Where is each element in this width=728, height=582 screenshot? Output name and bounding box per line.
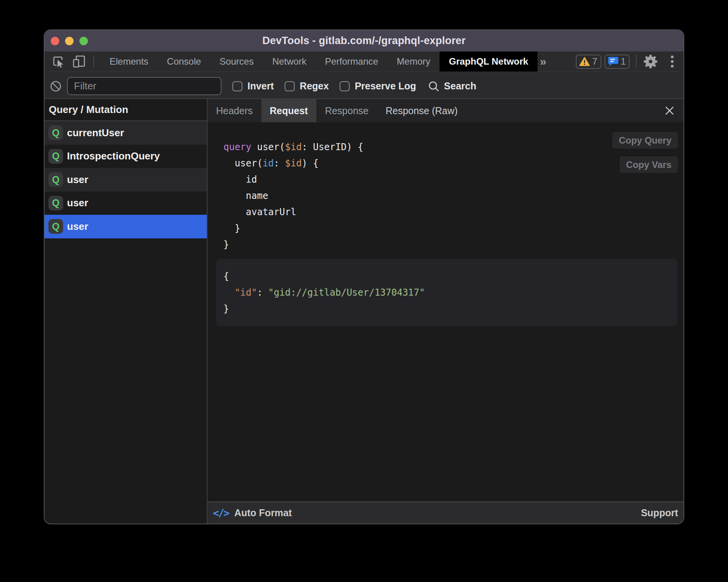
- auto-format-label[interactable]: Auto Format: [234, 507, 292, 519]
- inspect-element-icon[interactable]: [52, 55, 65, 68]
- tab-response-raw[interactable]: Response (Raw): [377, 99, 466, 122]
- code-line: }: [223, 301, 670, 317]
- tab-network[interactable]: Network: [263, 51, 316, 72]
- filter-toolbar: Invert Regex Preserve Log Search: [45, 72, 683, 99]
- query-list-item[interactable]: Q currentUser: [45, 121, 207, 145]
- code-line: avatarUrl: [223, 204, 683, 220]
- code-line: "id": "gid://gitlab/User/13704317": [223, 284, 670, 301]
- issues-count: 1: [621, 56, 626, 67]
- query-type-badge: Q: [48, 125, 63, 140]
- code-line: user(id: $id) {: [223, 155, 683, 171]
- tab-performance[interactable]: Performance: [316, 51, 387, 72]
- settings-gear-icon[interactable]: [643, 54, 658, 69]
- invert-checkbox-group[interactable]: Invert: [232, 80, 274, 92]
- request-detail-panel: Headers Request Response Response (Raw) …: [208, 99, 683, 524]
- regex-label: Regex: [300, 80, 329, 92]
- close-panel-icon[interactable]: [661, 99, 678, 122]
- issues-badge[interactable]: 1: [604, 55, 630, 69]
- tab-headers[interactable]: Headers: [208, 99, 261, 122]
- query-list-item-selected[interactable]: Q user: [45, 215, 207, 238]
- tab-console[interactable]: Console: [158, 51, 210, 72]
- query-type-badge: Q: [48, 172, 63, 187]
- preserve-log-checkbox[interactable]: [340, 81, 350, 91]
- query-list-item[interactable]: Q user: [45, 192, 207, 215]
- toolbar-right-divider: [636, 55, 637, 68]
- window-title: DevTools - gitlab.com/-/graphql-explorer: [262, 35, 465, 47]
- clear-filter-icon[interactable]: [50, 81, 61, 92]
- query-list-header: Query / Mutation: [45, 99, 207, 121]
- close-window-button[interactable]: [51, 37, 59, 45]
- request-panel-footer: </> Auto Format Support: [208, 502, 683, 524]
- filter-input[interactable]: [67, 77, 221, 95]
- zoom-window-button[interactable]: [79, 37, 88, 45]
- invert-checkbox[interactable]: [232, 81, 242, 91]
- code-line: id: [223, 171, 683, 188]
- warnings-count: 7: [592, 56, 597, 67]
- request-detail-tabs: Headers Request Response Response (Raw): [208, 99, 683, 122]
- code-line: name: [223, 188, 683, 204]
- code-line: }: [223, 236, 683, 253]
- preserve-log-checkbox-group[interactable]: Preserve Log: [340, 80, 416, 92]
- query-type-badge: Q: [48, 149, 63, 164]
- query-type-badge: Q: [48, 219, 63, 234]
- preserve-log-label: Preserve Log: [355, 80, 416, 92]
- auto-format-icon: </>: [213, 507, 229, 519]
- warning-icon: [579, 57, 590, 66]
- invert-label: Invert: [247, 80, 274, 92]
- search-label: Search: [444, 80, 476, 92]
- code-line: {: [223, 268, 670, 284]
- support-link[interactable]: Support: [641, 507, 678, 519]
- graphql-query-code: query user($id: UserID) { user(id: $id) …: [223, 139, 683, 253]
- tab-memory[interactable]: Memory: [388, 51, 440, 72]
- copy-vars-button[interactable]: Copy Vars: [620, 156, 678, 173]
- minimize-window-button[interactable]: [65, 37, 74, 45]
- search-icon: [428, 81, 439, 92]
- copy-query-button[interactable]: Copy Query: [612, 132, 678, 149]
- devtools-window: DevTools - gitlab.com/-/graphql-explorer…: [44, 29, 684, 524]
- query-list-item[interactable]: Q user: [45, 168, 207, 192]
- titlebar: DevTools - gitlab.com/-/graphql-explorer: [45, 30, 683, 51]
- tab-sources[interactable]: Sources: [210, 51, 263, 72]
- code-line: }: [223, 220, 683, 236]
- panel-tabs: Elements Console Sources Network Perform…: [100, 51, 537, 72]
- search-group[interactable]: Search: [428, 80, 476, 92]
- regex-checkbox[interactable]: [285, 81, 295, 91]
- query-list-item[interactable]: Q IntrospectionQuery: [45, 145, 207, 168]
- toolbar-divider: [93, 55, 94, 68]
- warnings-badge[interactable]: 7: [576, 55, 601, 69]
- query-type-badge: Q: [48, 196, 63, 211]
- devtools-toolbar: Elements Console Sources Network Perform…: [45, 51, 683, 72]
- traffic-lights: [51, 30, 88, 51]
- device-toolbar-icon[interactable]: [72, 55, 86, 68]
- tab-request[interactable]: Request: [261, 99, 317, 122]
- query-list-panel: Query / Mutation Q currentUser Q Introsp…: [45, 99, 208, 524]
- tab-response[interactable]: Response: [316, 99, 377, 122]
- message-icon: [608, 56, 618, 67]
- graphql-variables-box: { "id": "gid://gitlab/User/13704317"}: [216, 259, 677, 326]
- regex-checkbox-group[interactable]: Regex: [285, 80, 329, 92]
- menu-dots-icon[interactable]: [664, 54, 680, 69]
- tab-elements[interactable]: Elements: [100, 51, 158, 72]
- request-content: query user($id: UserID) { user(id: $id) …: [208, 122, 683, 502]
- more-tabs-chevron[interactable]: »: [537, 51, 551, 72]
- tab-graphql-network[interactable]: GraphQL Network: [440, 51, 537, 72]
